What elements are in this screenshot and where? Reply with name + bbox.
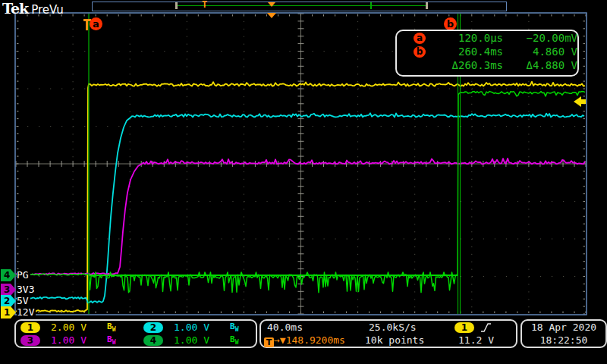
tek-logo: TekPreVu [2,0,64,17]
sample-rate: 25.0kS/s [369,322,417,333]
delay-arrow-icon: →▼ [274,334,286,346]
channel-3-scale: 1.00 V [51,334,99,346]
cursor-a-tstem-icon [86,19,88,30]
expansion-point-triangle [268,2,275,7]
cursor-b-position-line [370,2,372,9]
channel-2-label: 5V [17,295,30,306]
cursor-a-readout-row: a 120.0µs −20.00mV [397,31,577,45]
cursor-delta-time: Δ260.3ms [430,58,503,72]
channel-3-label: 3V3 [17,284,36,295]
channel-settings-row-1: 1 2.00 V BW 2 1.00 V BW [16,321,256,334]
cursor-a-badge: a [90,17,102,30]
cursor-b-time: 260.4ms [430,45,503,58]
channel-1-bandwidth-icon: BW [107,322,131,333]
channel-3-bandwidth-icon: BW [107,334,131,346]
oscilloscope-screen: TekPreVu T a b a 120.0µs −20.00mV b 260.… [0,0,607,364]
date-text: 18 Apr 2020 [522,321,605,334]
trigger-position-icon: T [264,337,274,347]
horizontal-trigger-box: 40.0ms T→▼148.9200ms 25.0kS/s 10k points… [259,319,517,348]
cursor-b-badge[interactable]: b [444,17,457,30]
trigger-position-triangle [267,13,276,18]
channel-4-badge[interactable]: 4 [143,335,163,346]
cursor-a-row-badge: a [414,33,426,44]
trigger-level-readout: 11.2 V [458,334,494,346]
channel-2-bandwidth-icon: BW [230,322,254,333]
record-length: 10k points [365,334,424,346]
channel-4-bandwidth-icon: BW [230,334,254,346]
channel-2-scale: 1.00 V [174,322,222,333]
cursor-b-readout-row: b 260.4ms 4.860 V [397,45,577,58]
channel-2-badge[interactable]: 2 [143,322,163,333]
cursor-b-row-badge: b [414,46,426,58]
cursor-delta-value: Δ4.880 V [503,58,577,72]
window-bracket-right [426,2,428,9]
delay-value: 148.9200ms [286,334,345,346]
cursor-a-value: −20.00mV [503,31,577,45]
channel-4-scale: 1.00 V [174,334,222,346]
record-view-bar: T [92,2,507,11]
timebase-scale: 40.0ms [267,322,303,333]
cursor-a-time: 120.0µs [430,31,503,45]
channel-4-label: PG [17,269,30,281]
cursor-span-line [178,5,426,6]
cursor-readout-box: a 120.0µs −20.00mV b 260.4ms 4.860 V Δ26… [395,30,579,77]
channel-1-scale: 2.00 V [51,322,99,333]
trigger-level-arrow [574,96,586,107]
horizontal-delay-readout: T→▼148.9200ms [264,334,345,347]
channel-settings-box: 1 2.00 V BW 2 1.00 V BW 3 1.00 V BW 4 1.… [14,319,257,348]
channel-3-badge[interactable]: 3 [20,335,40,346]
cursor-b-value: 4.860 V [503,45,577,58]
datetime-box: 18 Apr 2020 18:22:50 [521,319,607,348]
channel-1-badge[interactable]: 1 [20,322,40,333]
cursor-delta-readout-row: Δ260.3ms Δ4.880 V [397,58,577,72]
time-text: 18:22:50 [522,334,605,347]
trigger-source-badge[interactable]: 1 [454,322,474,333]
trigger-slope-icon [480,322,492,334]
channel-1-label: 12V [17,306,36,318]
brand-text: Tek [2,0,28,17]
cursor-a-handle[interactable]: a [83,17,106,31]
channel-settings-row-2: 3 1.00 V BW 4 1.00 V BW [16,334,256,347]
trigger-t-marker: T [202,0,207,9]
acquisition-mode-text: PreVu [31,3,64,17]
